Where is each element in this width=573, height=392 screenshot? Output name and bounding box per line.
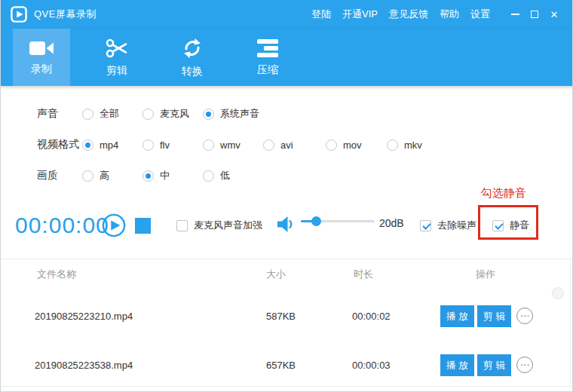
start-record-button[interactable] [102, 213, 126, 237]
radio-quality-high[interactable]: 高 [82, 164, 109, 187]
recording-timer: 00:00:00 [15, 213, 109, 238]
tab-edit[interactable]: 剪辑 [88, 29, 146, 86]
radio-icon [142, 139, 154, 151]
sound-option-row: 声音 全部 麦克风 系统声音 [1, 103, 573, 125]
close-icon: ✕ [550, 10, 559, 20]
radio-icon [82, 109, 93, 120]
tab-convert[interactable]: 转换 [164, 29, 221, 86]
close-button[interactable]: ✕ [544, 5, 564, 23]
radio-format-avi[interactable]: avi [263, 133, 293, 156]
play-file-button[interactable]: 播 放 [440, 354, 474, 376]
scrollbar-track[interactable] [570, 260, 571, 386]
format-option-row: 视频格式 mp4 flv wmv avi mov mkv [1, 133, 573, 156]
radio-icon [263, 139, 274, 151]
scissors-icon [106, 38, 128, 59]
radio-format-avi-label: avi [280, 139, 293, 151]
more-actions-button[interactable]: ⋯ [516, 357, 533, 373]
denoise-checkbox[interactable]: 去除噪声 [420, 218, 476, 233]
radio-icon [82, 170, 93, 182]
radio-format-mov-label: mov [343, 139, 362, 151]
radio-format-wmv[interactable]: wmv [203, 133, 241, 156]
quality-row-label: 画质 [37, 169, 58, 182]
column-header-filename: 文件名称 [37, 268, 76, 281]
column-header-size: 大小 [266, 268, 286, 281]
edit-file-button[interactable]: 剪 辑 [477, 354, 511, 376]
tab-convert-label: 转换 [182, 65, 203, 78]
stop-record-button[interactable] [135, 218, 151, 234]
bottom-border [1, 386, 573, 387]
login-link[interactable]: 登陆 [311, 8, 331, 21]
ellipsis-icon: ⋯ [520, 360, 529, 369]
radio-sound-all-label: 全部 [100, 107, 119, 121]
feedback-link[interactable]: 意见反馈 [389, 8, 428, 21]
mic-boost-checkbox[interactable]: 麦克风声音加强 [176, 218, 262, 233]
radio-quality-low[interactable]: 低 [203, 164, 230, 187]
compress-stack-icon [256, 38, 279, 58]
radio-format-mp4-label: mp4 [100, 139, 118, 151]
format-row-label: 视频格式 [37, 138, 79, 152]
maximize-icon [531, 11, 538, 18]
radio-icon [142, 109, 154, 120]
file-size: 587KB [266, 311, 296, 322]
checkbox-checked-icon [492, 220, 504, 231]
app-window: QVE屏幕录制 登陆 开通VIP 意见反馈 帮助 设置 ✕ 录制 [0, 0, 573, 392]
radio-icon [326, 139, 337, 151]
convert-refresh-icon [181, 37, 204, 60]
denoise-label: 去除噪声 [437, 219, 476, 232]
quality-option-row: 画质 高 中 低 [1, 164, 573, 187]
radio-quality-mid[interactable]: 中 [142, 164, 170, 187]
ellipsis-icon: ⋯ [520, 311, 529, 320]
file-duration: 00:00:02 [352, 311, 391, 322]
radio-format-flv[interactable]: flv [142, 133, 170, 156]
radio-icon [203, 170, 214, 182]
radio-checked-icon [142, 170, 154, 182]
radio-sound-all[interactable]: 全部 [82, 103, 119, 125]
tab-record-label: 录制 [31, 63, 52, 76]
vip-link[interactable]: 开通VIP [342, 8, 378, 21]
radio-sound-system-label: 系统声音 [220, 107, 259, 121]
radio-format-mov[interactable]: mov [326, 133, 362, 156]
minimize-icon [511, 14, 519, 15]
play-file-button[interactable]: 播 放 [440, 305, 474, 327]
mute-checkbox[interactable]: 静音 [492, 218, 529, 233]
radio-icon [387, 139, 398, 151]
radio-quality-high-label: 高 [100, 169, 109, 182]
radio-format-flv-label: flv [160, 139, 170, 151]
app-title: QVE屏幕录制 [34, 8, 97, 21]
mute-annotation-text: 勾选静音 [481, 186, 526, 201]
section-divider [1, 259, 573, 259]
column-header-duration: 时长 [354, 268, 373, 281]
radio-format-mkv[interactable]: mkv [387, 133, 422, 156]
radio-sound-system[interactable]: 系统声音 [203, 103, 259, 125]
radio-sound-mic-label: 麦克风 [160, 107, 189, 121]
edit-file-button[interactable]: 剪 辑 [477, 305, 511, 327]
scrollbar-thumb[interactable] [552, 287, 564, 299]
window-controls: ✕ [505, 5, 564, 23]
slider-handle[interactable] [311, 216, 321, 226]
checkbox-checked-icon [420, 220, 431, 231]
radio-checked-icon [82, 139, 93, 151]
column-header-action: 操作 [476, 268, 495, 281]
volume-db-value: 20dB [379, 217, 404, 229]
tab-edit-label: 剪辑 [106, 64, 127, 78]
radio-format-wmv-label: wmv [220, 139, 241, 151]
minimize-button[interactable] [505, 5, 525, 23]
speaker-volume-icon [277, 216, 295, 233]
tab-compress[interactable]: 压缩 [239, 29, 296, 86]
mic-boost-label: 麦克风声音加强 [194, 219, 262, 232]
radio-quality-mid-label: 中 [160, 169, 170, 182]
maximize-button[interactable] [525, 5, 544, 23]
main-tabbar: 录制 剪辑 转换 [0, 29, 573, 86]
mute-label: 静音 [510, 219, 529, 232]
radio-quality-low-label: 低 [220, 169, 230, 182]
radio-sound-mic[interactable]: 麦克风 [142, 103, 189, 125]
file-duration: 00:00:03 [352, 360, 391, 371]
app-logo-icon [11, 6, 27, 23]
volume-slider[interactable] [301, 214, 375, 228]
tab-record[interactable]: 录制 [13, 29, 70, 86]
more-actions-button[interactable]: ⋯ [516, 308, 533, 324]
checkbox-unchecked-icon [176, 220, 188, 231]
radio-format-mp4[interactable]: mp4 [82, 133, 118, 156]
settings-link[interactable]: 设置 [470, 8, 490, 21]
help-link[interactable]: 帮助 [440, 8, 459, 21]
